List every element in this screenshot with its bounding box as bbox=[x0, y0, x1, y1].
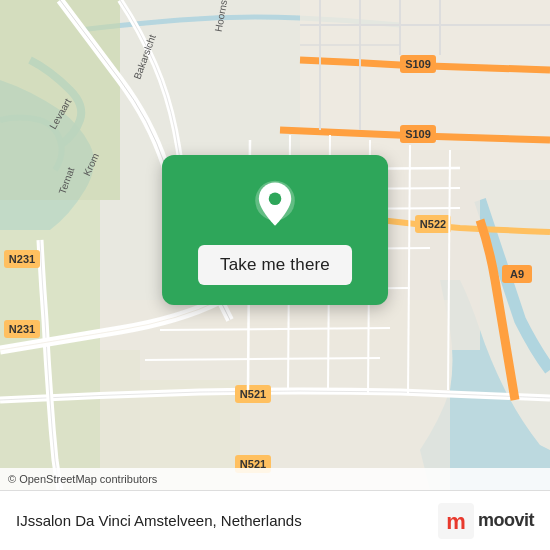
svg-text:N522: N522 bbox=[420, 218, 446, 230]
svg-text:S109: S109 bbox=[405, 58, 431, 70]
svg-point-50 bbox=[269, 193, 282, 206]
svg-text:N521: N521 bbox=[240, 388, 266, 400]
attribution-text: © OpenStreetMap contributors bbox=[8, 473, 157, 485]
popup-card: Take me there bbox=[162, 155, 388, 305]
map-container: S109 S109 N522 A9 N521 N521 N231 N231 Le… bbox=[0, 0, 550, 490]
svg-rect-1 bbox=[0, 0, 120, 200]
moovit-m-icon: m bbox=[438, 503, 474, 539]
location-text: IJssalon Da Vinci Amstelveen, Netherland… bbox=[16, 512, 426, 529]
moovit-wordmark: moovit bbox=[478, 510, 534, 531]
svg-text:N231: N231 bbox=[9, 323, 35, 335]
take-me-there-button[interactable]: Take me there bbox=[198, 245, 352, 285]
svg-text:N231: N231 bbox=[9, 253, 35, 265]
attribution-bar: © OpenStreetMap contributors bbox=[0, 468, 550, 490]
bottom-bar: IJssalon Da Vinci Amstelveen, Netherland… bbox=[0, 490, 550, 550]
svg-text:S109: S109 bbox=[405, 128, 431, 140]
svg-text:m: m bbox=[446, 509, 466, 534]
svg-text:A9: A9 bbox=[510, 268, 524, 280]
moovit-logo: m moovit bbox=[438, 503, 534, 539]
location-pin-icon bbox=[248, 179, 302, 233]
